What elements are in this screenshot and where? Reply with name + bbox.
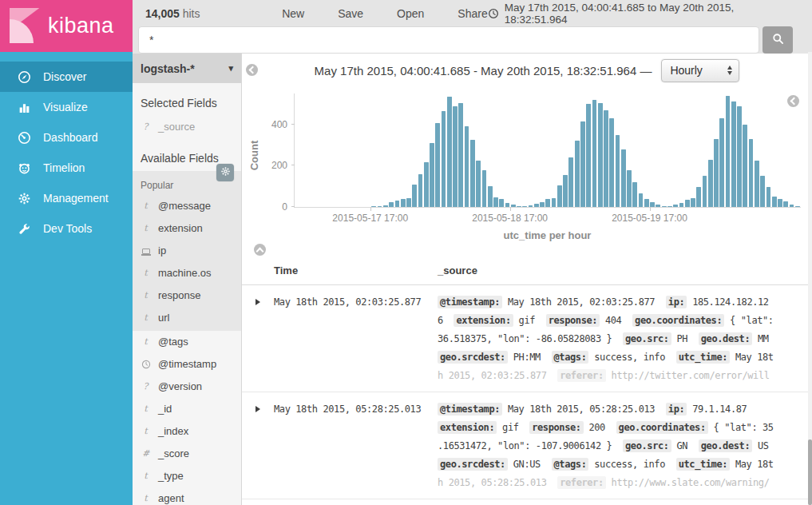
histogram-bar[interactable]: [650, 202, 655, 207]
nav-item-dashboard[interactable]: Dashboard: [0, 122, 133, 153]
nav-item-visualize[interactable]: Visualize: [0, 92, 133, 122]
column-header-source[interactable]: _source: [438, 264, 812, 276]
histogram-bar[interactable]: [534, 204, 539, 207]
field-item-@tags[interactable]: t@tags: [133, 331, 241, 353]
field-item-ip[interactable]: ip: [133, 240, 241, 262]
histogram-bar[interactable]: [772, 197, 777, 207]
histogram-bar[interactable]: [522, 206, 527, 207]
histogram-bar[interactable]: [755, 161, 759, 207]
interval-select[interactable]: Hourly: [661, 59, 739, 82]
scrollbar-track[interactable]: [808, 52, 812, 505]
histogram-bar[interactable]: [731, 101, 736, 207]
histogram-bar[interactable]: [383, 205, 388, 207]
histogram-bar[interactable]: [795, 206, 800, 207]
field-item-_source[interactable]: ?_source: [133, 116, 241, 138]
histogram-bar[interactable]: [418, 174, 423, 207]
kibana-logo[interactable]: kibana: [0, 0, 133, 52]
histogram-bar[interactable]: [453, 106, 457, 208]
histogram-bar[interactable]: [609, 118, 614, 207]
histogram-bar[interactable]: [685, 200, 690, 207]
histogram-bar[interactable]: [465, 126, 469, 207]
histogram-bar[interactable]: [790, 205, 794, 207]
field-item-@message[interactable]: t@message: [133, 195, 241, 217]
histogram-bar[interactable]: [639, 193, 644, 207]
histogram-bar[interactable]: [667, 206, 672, 207]
search-input[interactable]: [138, 26, 759, 54]
nav-item-dev-tools[interactable]: Dev Tools: [0, 213, 133, 244]
histogram-bar[interactable]: [656, 205, 660, 207]
save-button[interactable]: Save: [338, 7, 363, 20]
histogram-bar[interactable]: [378, 206, 382, 207]
histogram-bar[interactable]: [737, 106, 742, 208]
histogram-bar[interactable]: [673, 205, 678, 207]
expand-caret-icon[interactable]: [255, 299, 260, 305]
histogram-bar[interactable]: [644, 199, 649, 207]
table-row[interactable]: May 18th 2015, 02:03:25.877@timestamp: M…: [242, 285, 812, 392]
histogram-bar[interactable]: [586, 104, 591, 207]
histogram-bar[interactable]: [406, 198, 411, 207]
collapse-histogram-icon[interactable]: [254, 244, 266, 256]
histogram-bar[interactable]: [568, 157, 573, 207]
histogram-bar[interactable]: [482, 170, 487, 207]
histogram-bar[interactable]: [598, 103, 603, 207]
nav-item-discover[interactable]: Discover: [0, 62, 133, 92]
field-item-extension[interactable]: textension: [133, 217, 241, 240]
histogram-bar[interactable]: [435, 123, 440, 207]
time-picker[interactable]: May 17th 2015, 04:00:41.685 to May 20th …: [488, 2, 791, 26]
field-item-response[interactable]: tresponse: [133, 284, 241, 307]
histogram-bar[interactable]: [540, 202, 545, 207]
histogram-bar[interactable]: [703, 176, 707, 207]
histogram-bar[interactable]: [726, 96, 731, 207]
histogram-bar[interactable]: [401, 199, 406, 207]
histogram-bar[interactable]: [714, 139, 719, 207]
histogram-bar[interactable]: [766, 187, 771, 207]
histogram-bar[interactable]: [563, 175, 568, 207]
table-row[interactable]: May 18th 2015, 05:28:25.013@timestamp: M…: [242, 392, 812, 499]
histogram-bar[interactable]: [627, 170, 632, 207]
histogram-bar[interactable]: [696, 187, 701, 207]
histogram-bar[interactable]: [545, 199, 550, 207]
scrollbar-thumb[interactable]: [808, 439, 812, 505]
histogram-bar[interactable]: [470, 140, 475, 207]
search-button[interactable]: [762, 26, 793, 54]
histogram-bar[interactable]: [592, 100, 597, 207]
field-item-_id[interactable]: t_id: [133, 398, 241, 420]
nav-item-management[interactable]: Management: [0, 183, 133, 213]
histogram-bar[interactable]: [395, 201, 400, 207]
histogram-bar[interactable]: [557, 185, 562, 207]
histogram-bar[interactable]: [691, 198, 695, 207]
histogram-bar[interactable]: [442, 111, 446, 207]
field-item-_score[interactable]: #_score: [133, 443, 241, 465]
field-item-@version[interactable]: ?@version: [133, 376, 241, 398]
histogram-bar[interactable]: [371, 206, 376, 207]
histogram-bar[interactable]: [783, 201, 788, 207]
histogram-bar[interactable]: [719, 118, 724, 207]
histogram-bar[interactable]: [488, 186, 493, 207]
histogram-bar[interactable]: [493, 197, 498, 207]
histogram-bar[interactable]: [575, 141, 580, 207]
table-row[interactable]: May 18th 2015, 10:44:34.357@timestamp: M…: [242, 499, 812, 505]
histogram-bar[interactable]: [412, 185, 417, 207]
index-pattern-selector[interactable]: logstash-* ▾: [133, 54, 241, 83]
histogram-bar[interactable]: [743, 125, 747, 207]
histogram-bar[interactable]: [552, 198, 557, 207]
histogram-bar[interactable]: [447, 97, 452, 207]
expand-caret-icon[interactable]: [255, 406, 260, 412]
histogram-bar[interactable]: [511, 205, 516, 207]
histogram-bar[interactable]: [430, 143, 434, 207]
histogram-bar[interactable]: [580, 121, 585, 207]
field-item-agent[interactable]: tagent: [133, 487, 241, 505]
collapse-sidebar-icon[interactable]: [246, 64, 258, 76]
histogram-bar[interactable]: [778, 199, 782, 207]
histogram-bar[interactable]: [749, 139, 754, 207]
histogram-bar[interactable]: [517, 206, 521, 207]
histogram-bar[interactable]: [679, 203, 684, 207]
open-button[interactable]: Open: [397, 7, 424, 20]
field-item-_index[interactable]: t_index: [133, 420, 241, 443]
histogram-bar[interactable]: [760, 176, 765, 207]
histogram-bar[interactable]: [621, 149, 626, 207]
column-header-time[interactable]: Time: [274, 264, 438, 276]
histogram-bar[interactable]: [505, 203, 510, 207]
histogram-bar[interactable]: [604, 110, 608, 207]
histogram-bar[interactable]: [389, 202, 394, 207]
